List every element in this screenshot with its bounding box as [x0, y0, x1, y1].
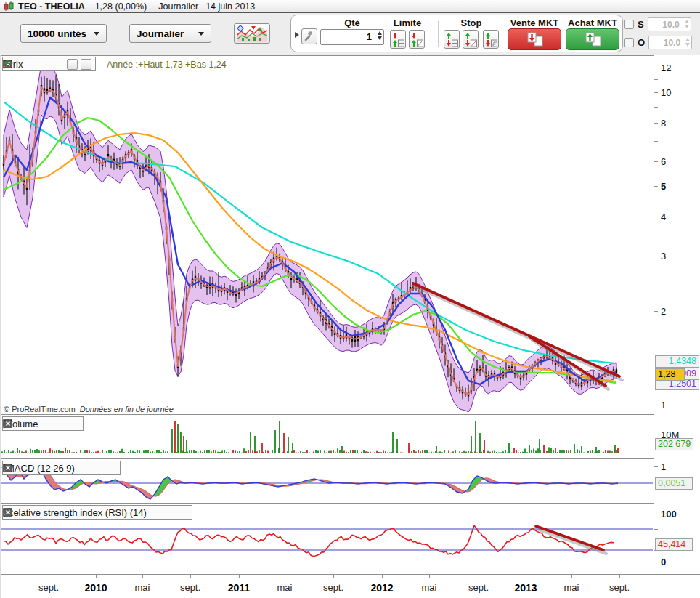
divider	[505, 21, 505, 47]
wrench-icon	[304, 31, 314, 41]
macd-axis-label: 1	[661, 461, 666, 472]
time-axis-label: 2010	[84, 582, 107, 594]
sell-order-sheet-icon	[524, 31, 545, 47]
wrench-icon[interactable]	[25, 59, 36, 70]
time-axis-tick	[96, 575, 97, 578]
axis-tick	[654, 562, 658, 562]
time-axis-tick	[142, 575, 143, 578]
price-axis-label: 6	[661, 156, 666, 167]
timeframe-dropdown-value: Journalier	[137, 28, 184, 39]
time-axis-label: 2013	[514, 582, 537, 594]
time-axis-tick	[333, 575, 334, 578]
time-axis-tick	[190, 575, 191, 578]
axis-tick	[654, 311, 658, 312]
buy-market-button[interactable]	[566, 28, 619, 50]
wrench-icon[interactable]	[78, 463, 89, 474]
buy-order-sheet-icon	[582, 31, 603, 47]
objective-stepper[interactable]	[685, 38, 690, 47]
data-delay-note: Données en fin de journée	[80, 405, 174, 413]
price-axis-label: 8	[661, 118, 666, 129]
panel-divider	[1, 414, 700, 415]
candlestick-icon	[3, 1, 15, 12]
window-icon[interactable]	[163, 507, 174, 518]
step-down-icon[interactable]	[378, 36, 382, 40]
objective-checkbox[interactable]	[624, 38, 634, 47]
axis-tick	[654, 529, 658, 530]
rsi-panel-title: Relative strength index (RSI) (14)	[7, 507, 147, 518]
objective-row: O 10.0	[624, 36, 692, 49]
quantity-stepper[interactable]	[378, 31, 382, 40]
close-icon[interactable]	[105, 463, 116, 474]
timeframe-dropdown[interactable]: Journalier	[129, 24, 211, 43]
title-bar: TEO - THEOLIA 1,28 (0,00%) Journalier 14…	[0, 0, 700, 13]
quantity-input[interactable]: 1	[320, 29, 384, 45]
stop-loss-input[interactable]: 10.0	[648, 17, 691, 31]
step-up-icon[interactable]	[378, 31, 382, 35]
timeframe-label: Journalier	[158, 1, 198, 12]
charts-area: Prix Année :+Haut 1,73 +Bas 1,24 © ProRe…	[0, 55, 700, 598]
sell-shortcut-arrow-icon[interactable]	[67, 59, 78, 70]
time-axis-label: sept.	[468, 582, 489, 593]
time-axis-label: sept.	[38, 582, 59, 593]
limit-buy-order-button[interactable]	[409, 30, 425, 49]
time-axis-label: sept.	[180, 582, 200, 593]
sell-market-label: Vente MKT	[510, 17, 558, 28]
stop-loss-checkbox[interactable]	[624, 20, 634, 29]
panel-divider	[1, 503, 700, 504]
trailing-stop-order-button[interactable]	[483, 30, 499, 49]
time-axis-tick	[526, 575, 526, 578]
stop-buy-order-button[interactable]	[463, 30, 479, 49]
axis-tick	[654, 217, 658, 217]
divider	[438, 21, 439, 47]
time-axis-label: mai	[277, 582, 293, 593]
time-axis-tick	[382, 575, 383, 578]
time-axis-tick	[285, 575, 285, 578]
time-axis-label: mai	[422, 582, 437, 593]
units-dropdown[interactable]: 10000 unités	[20, 24, 107, 43]
stop-sell-order-button[interactable]	[444, 30, 460, 49]
stop-loss-stepper[interactable]	[685, 20, 689, 28]
time-axis-label: 2011	[228, 582, 250, 594]
volume-panel-header: Volume	[2, 416, 84, 431]
objective-checkbox-label: O	[638, 37, 645, 48]
stop-loss-value: 10.0	[662, 20, 679, 30]
window-icon[interactable]	[54, 419, 65, 429]
collapse-panel-arrow-icon[interactable]	[295, 32, 299, 38]
price-axis-label: 5	[661, 181, 666, 192]
volume-chart-canvas[interactable]	[1, 414, 654, 458]
axis-tick	[654, 514, 658, 514]
price-level-tag: 1,28	[655, 368, 685, 381]
year-high-low-annotation: Année :+Haut 1,73 +Bas 1,24	[107, 60, 227, 70]
price-level-tag: 1,4348	[655, 355, 699, 368]
chart-display-settings-button[interactable]	[234, 23, 270, 44]
wrench-icon[interactable]	[150, 507, 160, 518]
copyright-text: © ProRealTime.com	[4, 405, 76, 413]
close-icon[interactable]	[177, 507, 188, 518]
trailing-stop-icon	[484, 32, 497, 47]
axis-tick	[654, 123, 658, 124]
sell-market-button[interactable]	[508, 28, 561, 50]
stop-order-icon	[464, 32, 477, 47]
time-axis-tick	[571, 575, 572, 578]
axis-tick	[654, 141, 658, 142]
stop-label: Stop	[461, 17, 482, 28]
window-icon[interactable]	[91, 463, 102, 474]
mini-chart-icon	[237, 25, 267, 42]
window-icon[interactable]	[39, 59, 50, 70]
price-chart-canvas[interactable]	[1, 55, 654, 414]
time-axis-tick	[479, 575, 479, 578]
panel-divider	[1, 458, 700, 459]
objective-input[interactable]: 10.0	[648, 36, 692, 49]
order-settings-button[interactable]	[301, 28, 317, 44]
axis-tick	[654, 92, 658, 93]
chevron-down-icon	[198, 32, 204, 36]
close-icon[interactable]	[53, 59, 64, 70]
toolbar: 10000 unités Journalier	[0, 13, 700, 55]
close-icon[interactable]	[68, 419, 79, 429]
quantity-value: 1	[367, 31, 372, 42]
axis-tick	[654, 79, 658, 80]
limit-sell-order-button[interactable]	[390, 30, 406, 49]
wrench-icon[interactable]	[41, 419, 52, 429]
buy-shortcut-arrow-icon[interactable]	[81, 59, 91, 70]
limit-label: Limite	[394, 17, 421, 28]
